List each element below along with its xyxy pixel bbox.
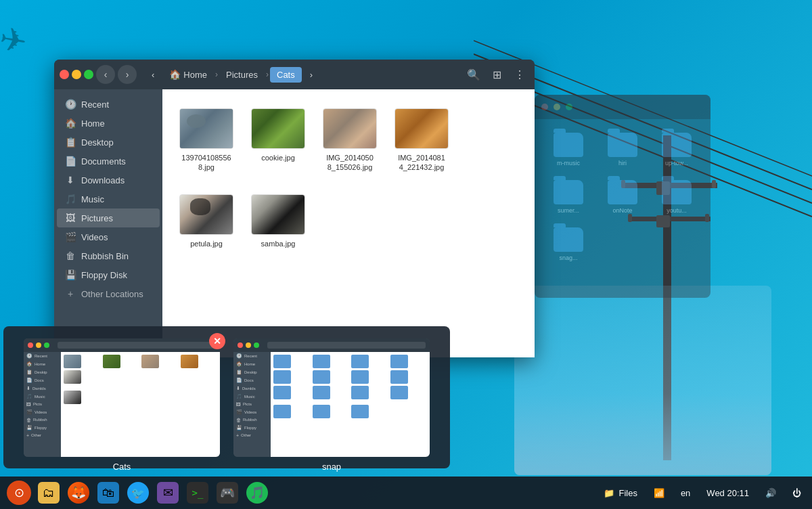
files-label: Files [618, 488, 637, 498]
twitter-taskbar-button[interactable]: 🐦 [125, 479, 152, 506]
power-button[interactable]: ⏻ [787, 485, 807, 501]
volume-icon: 🔊 [765, 488, 776, 498]
videos-icon: 🎬 [65, 231, 76, 242]
file-item[interactable]: IMG_20140508_155026.jpg [319, 103, 380, 178]
mini-sidebar-item: 🎬 Videos [24, 408, 61, 416]
task-close-button[interactable]: ✕ [209, 333, 225, 349]
network-status[interactable]: 📶 [648, 485, 670, 501]
mini-sidebar-item: 🎬 Videos [233, 408, 271, 416]
steam-taskbar-button[interactable]: 🎮 [214, 479, 241, 506]
view-toggle-button[interactable]: ⊞ [487, 65, 506, 84]
breadcrumb-separator-2: › [266, 70, 269, 79]
file-thumbnail [251, 194, 305, 235]
mini-sidebar-item: 🖼 Picts [233, 401, 271, 408]
mini-sidebar-item: 🏠 Home [233, 360, 271, 368]
sidebar-item-pictures-label: Pictures [81, 213, 113, 223]
menu-button[interactable]: ⋮ [510, 65, 529, 84]
task-window-label-cats: Cats [113, 462, 131, 472]
mini-sidebar-item: + Other [233, 432, 271, 439]
search-button[interactable]: 🔍 [464, 65, 483, 84]
add-icon: + [65, 288, 76, 299]
nav-forward-button[interactable]: › [118, 65, 137, 84]
task-thumb-sidebar: 🕐 Recent 🏠 Home 📋 Desktp 📄 Docs ⬇ Dwnlds… [233, 352, 271, 457]
sidebar-item-downloads-label: Downloads [81, 175, 125, 185]
email-taskbar-button[interactable]: ✉ [154, 479, 181, 506]
task-thumb-snap-container: 🕐 Recent 🏠 Home 📋 Desktp 📄 Docs ⬇ Dwnlds… [233, 338, 430, 457]
mini-sidebar-item: 📄 Docs [24, 376, 61, 384]
file-manager-body: 🕐 Recent 🏠 Home 📋 Desktop 📄 Documents ⬇ [54, 89, 535, 357]
task-thumb-content [271, 352, 430, 457]
sidebar-item-music[interactable]: 🎵 Music [57, 190, 160, 208]
home-icon: 🏠 [65, 118, 76, 129]
sidebar-item-pictures[interactable]: 🖼 Pictures [57, 208, 160, 227]
spotify-icon: 🎵 [246, 482, 268, 504]
sidebar-item-videos-label: Videos [81, 232, 108, 242]
bg-folder-label: sumer... [558, 207, 579, 214]
sidebar-item-desktop[interactable]: 📋 Desktop [57, 133, 160, 152]
sidebar-item-recent[interactable]: 🕐 Recent [57, 95, 160, 114]
sidebar-item-floppy-label: Floppy Disk [81, 270, 127, 280]
breadcrumb-cats[interactable]: Cats [270, 67, 302, 83]
datetime-label: Wed 20:11 [706, 488, 749, 498]
steam-icon: 🎮 [217, 482, 238, 504]
file-item[interactable]: IMG_20140814_221432.jpg [391, 103, 452, 178]
pictures-icon: 🖼 [65, 213, 76, 223]
rubbish-icon: 🗑 [65, 250, 76, 261]
maximize-dot [44, 342, 49, 348]
mini-sidebar-item: 📋 Desktp [233, 368, 271, 376]
minimize-button[interactable] [72, 70, 81, 79]
breadcrumb-pictures[interactable]: Pictures [219, 67, 265, 83]
sidebar-item-music-label: Music [81, 194, 104, 204]
spotify-taskbar-button[interactable]: 🎵 [244, 479, 271, 506]
file-item[interactable]: cookie.jpg [248, 103, 309, 178]
sidebar-item-floppy[interactable]: 💾 Floppy Disk [57, 265, 160, 284]
airplane-decoration: ✈ [0, 18, 30, 60]
sidebar-item-desktop-label: Desktop [81, 137, 114, 148]
file-thumbnail [179, 194, 233, 235]
keyboard-layout[interactable]: en [675, 485, 696, 501]
maximize-button[interactable] [84, 70, 93, 79]
sidebar-item-downloads[interactable]: ⬇ Downloads [57, 171, 160, 190]
breadcrumb-item-left-arrow[interactable]: ‹ [145, 67, 161, 83]
minimize-dot [36, 342, 41, 348]
software-taskbar-button[interactable]: 🛍 [95, 479, 122, 506]
terminal-taskbar-button[interactable]: >_ [184, 479, 211, 506]
datetime-display[interactable]: Wed 20:11 [701, 485, 754, 501]
software-icon: 🛍 [97, 482, 119, 504]
sidebar-item-home[interactable]: 🏠 Home [57, 114, 160, 133]
sidebar-item-documents-label: Documents [81, 156, 126, 167]
volume-control[interactable]: 🔊 [760, 485, 782, 501]
sidebar-item-rubbish-label: Rubbish Bin [81, 251, 129, 261]
mini-sidebar-item: 🗑 Rubbsh [24, 416, 61, 424]
files-icon: 🗂 [38, 482, 60, 504]
file-item[interactable]: petula.jpg [176, 189, 237, 254]
mini-sidebar-item: 🗑 Rubbsh [233, 416, 271, 424]
recent-icon: 🕐 [65, 99, 76, 110]
files-indicator[interactable]: 📁 Files [598, 485, 642, 501]
sidebar: 🕐 Recent 🏠 Home 📋 Desktop 📄 Documents ⬇ [54, 89, 162, 357]
close-button[interactable] [60, 70, 69, 79]
breadcrumb-home[interactable]: 🏠 Home [162, 66, 214, 83]
firefox-taskbar-button[interactable]: 🦊 [65, 479, 92, 506]
mini-sidebar-item: 🕐 Recent [233, 352, 271, 360]
task-thumb-snap[interactable]: 🕐 Recent 🏠 Home 📋 Desktp 📄 Docs ⬇ Dwnlds… [233, 338, 430, 457]
files-taskbar-button[interactable]: 🗂 [35, 479, 62, 506]
sky-area [514, 286, 771, 475]
twitter-icon: 🐦 [127, 482, 149, 504]
file-item[interactable]: samba.jpg [248, 189, 309, 254]
nav-back-button[interactable]: ‹ [96, 65, 115, 84]
ubuntu-icon: ⊙ [7, 481, 31, 505]
file-item[interactable]: 1397041085568.jpg [176, 103, 237, 178]
breadcrumb-right-arrow[interactable]: › [303, 67, 319, 83]
bg-folder-label: hiri [618, 160, 627, 167]
sidebar-item-documents[interactable]: 📄 Documents [57, 152, 160, 171]
sidebar-item-rubbish[interactable]: 🗑 Rubbish Bin [57, 246, 160, 265]
ubuntu-logo-button[interactable]: ⊙ [5, 479, 32, 506]
email-icon: ✉ [157, 482, 179, 504]
task-thumb-cats[interactable]: 🕐 Recent 🏠 Home 📋 Desktp 📄 Docs ⬇ Dwnlds… [24, 338, 220, 457]
sidebar-item-other-locations[interactable]: + Other Locations [57, 284, 160, 303]
sidebar-item-videos[interactable]: 🎬 Videos [57, 227, 160, 246]
minimize-dot [246, 342, 251, 348]
background-file-manager: m-music hiri up-tow... sumer... onNote y… [535, 95, 710, 298]
svg-rect-8 [712, 180, 716, 188]
